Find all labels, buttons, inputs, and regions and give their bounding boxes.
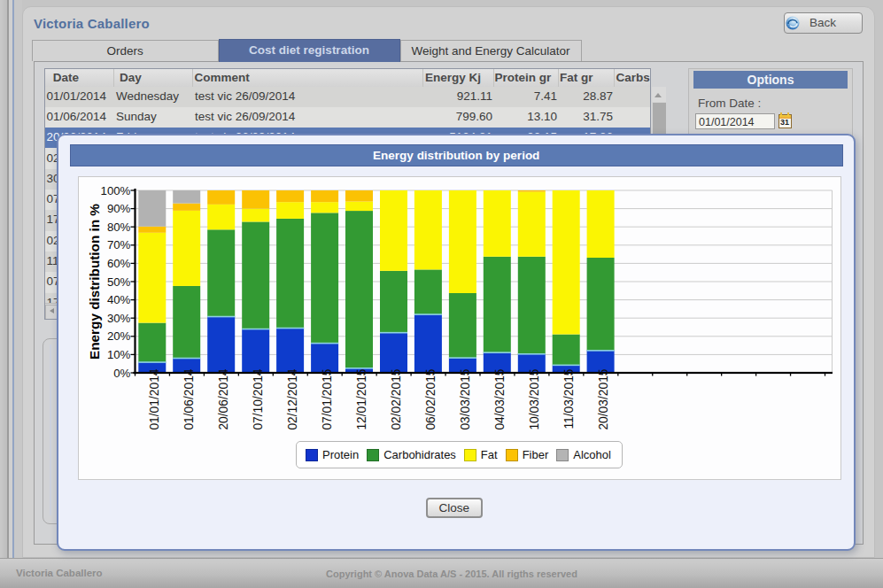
svg-text:50%: 50% bbox=[107, 275, 131, 288]
svg-text:07/10/2014: 07/10/2014 bbox=[252, 368, 265, 429]
svg-text:02/12/2014: 02/12/2014 bbox=[286, 368, 299, 429]
svg-text:20%: 20% bbox=[107, 329, 131, 343]
svg-text:60%: 60% bbox=[107, 257, 131, 270]
svg-text:30%: 30% bbox=[107, 311, 131, 324]
svg-text:01/01/2014: 01/01/2014 bbox=[148, 368, 161, 429]
svg-text:Energy distribution in %: Energy distribution in % bbox=[87, 203, 102, 359]
svg-text:90%: 90% bbox=[107, 202, 131, 215]
svg-text:80%: 80% bbox=[107, 220, 131, 233]
svg-text:40%: 40% bbox=[107, 293, 131, 306]
svg-text:04/03/2015: 04/03/2015 bbox=[493, 368, 507, 429]
svg-text:01/06/2014: 01/06/2014 bbox=[182, 368, 196, 429]
svg-text:12/01/2015: 12/01/2015 bbox=[355, 368, 368, 429]
svg-text:06/02/2015: 06/02/2015 bbox=[424, 368, 438, 429]
svg-text:10/03/2015: 10/03/2015 bbox=[528, 368, 541, 429]
svg-text:20/06/2014: 20/06/2014 bbox=[217, 368, 230, 429]
svg-text:100%: 100% bbox=[101, 183, 131, 197]
svg-text:0%: 0% bbox=[113, 366, 130, 379]
svg-text:20/03/2015: 20/03/2015 bbox=[597, 368, 610, 429]
svg-text:10%: 10% bbox=[107, 348, 131, 361]
svg-text:70%: 70% bbox=[107, 238, 131, 251]
svg-text:07/01/2015: 07/01/2015 bbox=[321, 368, 334, 429]
svg-text:02/02/2015: 02/02/2015 bbox=[390, 368, 403, 429]
svg-text:11/03/2015: 11/03/2015 bbox=[562, 368, 576, 429]
svg-text:03/03/2015: 03/03/2015 bbox=[459, 368, 472, 429]
